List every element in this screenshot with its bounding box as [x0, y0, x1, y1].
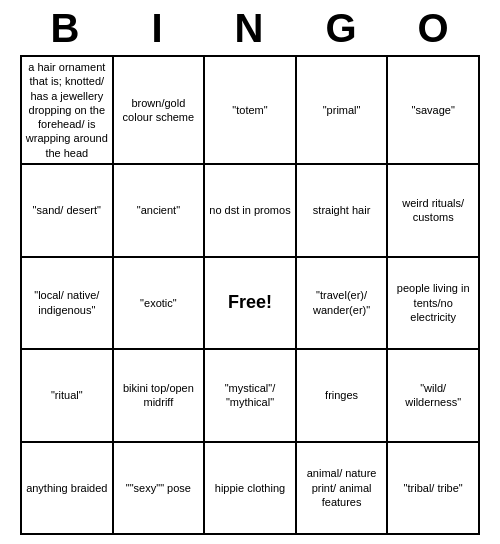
- bingo-cell-11: "exotic": [113, 257, 205, 349]
- title-b: B: [26, 6, 106, 51]
- bingo-cell-5: "sand/ desert": [21, 164, 113, 256]
- bingo-cell-16: bikini top/open midriff: [113, 349, 205, 441]
- bingo-cell-12: Free!: [204, 257, 296, 349]
- bingo-cell-24: "tribal/ tribe": [387, 442, 479, 534]
- bingo-cell-17: "mystical"/ "mythical": [204, 349, 296, 441]
- bingo-cell-14: people living in tents/no electricity: [387, 257, 479, 349]
- bingo-cell-2: "totem": [204, 56, 296, 164]
- bingo-cell-22: hippie clothing: [204, 442, 296, 534]
- bingo-cell-23: animal/ nature print/ animal features: [296, 442, 388, 534]
- bingo-cell-15: "ritual": [21, 349, 113, 441]
- bingo-cell-3: "primal": [296, 56, 388, 164]
- bingo-cell-4: "savage": [387, 56, 479, 164]
- bingo-cell-19: "wild/ wilderness": [387, 349, 479, 441]
- bingo-cell-18: fringes: [296, 349, 388, 441]
- bingo-cell-10: "local/ native/ indigenous": [21, 257, 113, 349]
- bingo-cell-9: weird rituals/ customs: [387, 164, 479, 256]
- bingo-cell-1: brown/gold colour scheme: [113, 56, 205, 164]
- title-g: G: [302, 6, 382, 51]
- title-n: N: [210, 6, 290, 51]
- bingo-cell-21: ""sexy"" pose: [113, 442, 205, 534]
- bingo-cell-0: a hair ornament that is; knotted/ has a …: [21, 56, 113, 164]
- title-o: O: [394, 6, 474, 51]
- bingo-cell-13: "travel(er)/ wander(er)": [296, 257, 388, 349]
- title-i: I: [118, 6, 198, 51]
- bingo-cell-8: straight hair: [296, 164, 388, 256]
- bingo-cell-7: no dst in promos: [204, 164, 296, 256]
- bingo-grid: a hair ornament that is; knotted/ has a …: [20, 55, 480, 535]
- bingo-cell-20: anything braided: [21, 442, 113, 534]
- bingo-title: B I N G O: [20, 0, 480, 55]
- bingo-cell-6: "ancient": [113, 164, 205, 256]
